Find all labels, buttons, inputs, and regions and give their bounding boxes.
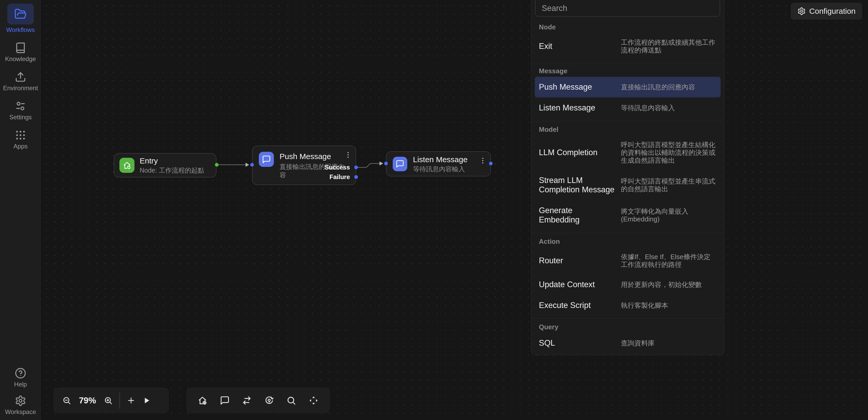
zoom-out-button[interactable] — [62, 396, 71, 405]
panel-item-execute-script[interactable]: Execute Script執行客製化腳本 — [531, 295, 724, 316]
active-item-highlight — [7, 4, 34, 24]
item-description: 直接輸出訊息的回應內容 — [621, 83, 716, 91]
item-title: Stream LLM Completion Message — [539, 176, 615, 194]
sidebar: WorkflowsKnowledgeEnvironmentSettingsApp… — [0, 0, 41, 420]
search-input[interactable] — [535, 0, 720, 17]
panel-item-stream-llm-completion-message[interactable]: Stream LLM Completion Message呼叫大型語言模型並產生… — [531, 170, 724, 200]
play-icon — [142, 396, 151, 405]
help-circle-icon — [15, 367, 26, 379]
toolbar-divider — [119, 393, 120, 408]
panel-item-sql[interactable]: SQL查詢資料庫 — [531, 333, 724, 354]
book-icon — [15, 42, 26, 54]
sidebar-item-settings[interactable]: Settings — [9, 100, 32, 121]
panel-item-push-message[interactable]: Push Message直接輸出訊息的回應內容 — [535, 77, 720, 97]
move-icon — [309, 396, 318, 405]
sidebar-item-workspace[interactable]: Workspace — [5, 395, 36, 416]
node-title: Listen Message — [413, 155, 467, 164]
port-push-success[interactable] — [354, 166, 358, 169]
message-node-icon — [259, 152, 274, 167]
panel-section-model: ModelLLM Completion呼叫大型語言模型並產生結構化的資料輸出以輔… — [531, 121, 724, 233]
port-label-success: Success — [325, 164, 350, 171]
panel-section-message: MessagePush Message直接輸出訊息的回應內容Listen Mes… — [531, 63, 724, 121]
search-icon — [286, 396, 296, 405]
port-entry-output[interactable] — [215, 163, 219, 167]
zoom-in-icon — [104, 396, 113, 405]
add-entry-node-button[interactable] — [197, 396, 207, 405]
node-subtitle: Node: 工作流程的起點 — [140, 166, 204, 174]
item-title: SQL — [539, 338, 615, 348]
node-push-message[interactable]: Push Message 直接輸出訊息的回應內容 Success Failure — [252, 145, 356, 185]
pan-tool-button[interactable] — [309, 396, 318, 405]
item-description: 依據If、Else If、Else條件決定工作流程執行的路徑 — [621, 253, 716, 269]
zoom-level[interactable]: 79% — [78, 396, 97, 405]
port-push-input[interactable] — [250, 163, 254, 167]
sidebar-item-label: Apps — [13, 142, 28, 150]
item-description: 查詢資料庫 — [621, 339, 716, 347]
message-node-icon — [393, 157, 407, 171]
sidebar-item-knowledge[interactable]: Knowledge — [5, 42, 36, 63]
item-title: Generate Embedding — [539, 206, 615, 225]
add-node-button[interactable] — [127, 396, 135, 405]
panel-item-update-context[interactable]: Update Context用於更新內容，初始化變數 — [531, 274, 724, 295]
gear-icon — [797, 7, 806, 15]
panel-section-action: ActionRouter依據If、Else If、Else條件決定工作流程執行的… — [531, 233, 724, 319]
node-title: Push Message — [280, 152, 350, 161]
entry-node-icon — [119, 158, 134, 173]
port-listen-output[interactable] — [489, 162, 493, 165]
section-header: Action — [531, 235, 724, 247]
item-description: 等待訊息內容輸入 — [621, 104, 716, 112]
message-bubble-icon — [220, 396, 230, 405]
zoom-out-icon — [62, 396, 71, 405]
zoom-toolbar: 79% — [54, 388, 169, 413]
sidebar-nav: WorkflowsKnowledgeEnvironmentSettingsApp… — [3, 4, 38, 150]
sidebar-item-label: Workspace — [5, 408, 36, 416]
sidebar-item-label: Workflows — [6, 26, 35, 34]
workflow-canvas[interactable] — [41, 0, 868, 420]
zoom-in-button[interactable] — [104, 396, 113, 405]
configuration-label: Configuration — [809, 7, 856, 16]
section-header: Message — [531, 65, 724, 77]
auto-layout-icon — [264, 396, 274, 405]
sidebar-item-label: Help — [14, 381, 27, 388]
item-title: Push Message — [539, 82, 615, 92]
panel-item-retrieve-knowledge[interactable]: Retrieve Knowledge透過自然語言檢索知識庫 — [531, 354, 724, 355]
item-title: Update Context — [539, 280, 615, 289]
search-canvas-button[interactable] — [286, 396, 296, 405]
panel-section-node: NodeExit工作流程的終點或接續其他工作流程的傳送點 — [531, 19, 724, 63]
panel-item-generate-embedding[interactable]: Generate Embedding將文字轉化為向量嵌入 (Embedding) — [531, 200, 724, 230]
port-listen-input[interactable] — [384, 162, 388, 165]
panel-item-listen-message[interactable]: Listen Message等待訊息內容輸入 — [531, 97, 724, 118]
apps-grid-icon — [15, 130, 26, 141]
sidebar-item-apps[interactable]: Apps — [13, 130, 28, 150]
port-label-failure: Failure — [330, 173, 350, 181]
item-title: Listen Message — [539, 103, 615, 113]
kebab-menu-icon[interactable] — [344, 150, 352, 160]
node-listen-message[interactable]: Listen Message 等待訊息內容輸入 — [386, 151, 491, 176]
node-entry[interactable]: Entry Node: 工作流程的起點 — [114, 153, 216, 177]
item-title: Router — [539, 256, 615, 265]
item-description: 呼叫大型語言模型並產生串流式的自然語言輸出 — [621, 177, 716, 193]
port-push-failure[interactable] — [354, 175, 358, 179]
auto-layout-button[interactable] — [264, 396, 274, 405]
panel-item-llm-completion[interactable]: LLM Completion呼叫大型語言模型並產生結構化的資料輸出以輔助流程的決… — [531, 135, 724, 170]
panel-sections: NodeExit工作流程的終點或接續其他工作流程的傳送點MessagePush … — [531, 19, 724, 355]
sidebar-item-environment[interactable]: Environment — [3, 71, 38, 92]
gear-icon — [15, 395, 26, 407]
sidebar-item-label: Settings — [9, 113, 32, 121]
node-subtitle: 等待訊息內容輸入 — [413, 165, 467, 173]
swap-connection-button[interactable] — [242, 396, 252, 405]
panel-item-router[interactable]: Router依據If、Else If、Else條件決定工作流程執行的路徑 — [531, 247, 724, 274]
swap-arrows-icon — [242, 396, 252, 405]
node-title: Entry — [140, 156, 204, 166]
plus-icon — [127, 396, 135, 405]
tools-toolbar — [186, 388, 330, 413]
sidebar-item-help[interactable]: Help — [14, 367, 27, 388]
add-message-node-button[interactable] — [220, 396, 230, 405]
sidebar-item-workflows[interactable]: Workflows — [6, 4, 35, 34]
kebab-menu-icon[interactable] — [479, 156, 487, 165]
section-header: Model — [531, 123, 724, 135]
panel-item-exit[interactable]: Exit工作流程的終點或接續其他工作流程的傳送點 — [531, 33, 724, 60]
configuration-button[interactable]: Configuration — [790, 3, 862, 20]
run-workflow-button[interactable] — [142, 396, 151, 405]
folder-open-icon — [14, 8, 27, 20]
